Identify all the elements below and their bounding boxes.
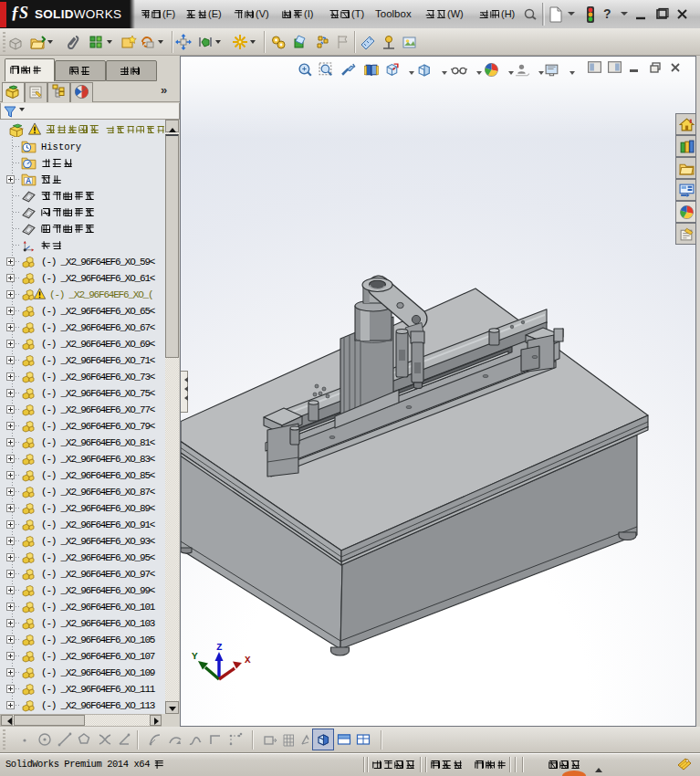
svg-text:A: A	[26, 176, 31, 185]
svg-text:Y: Y	[192, 651, 198, 662]
svg-text:X: X	[245, 655, 251, 666]
svg-text:Z: Z	[216, 642, 223, 653]
